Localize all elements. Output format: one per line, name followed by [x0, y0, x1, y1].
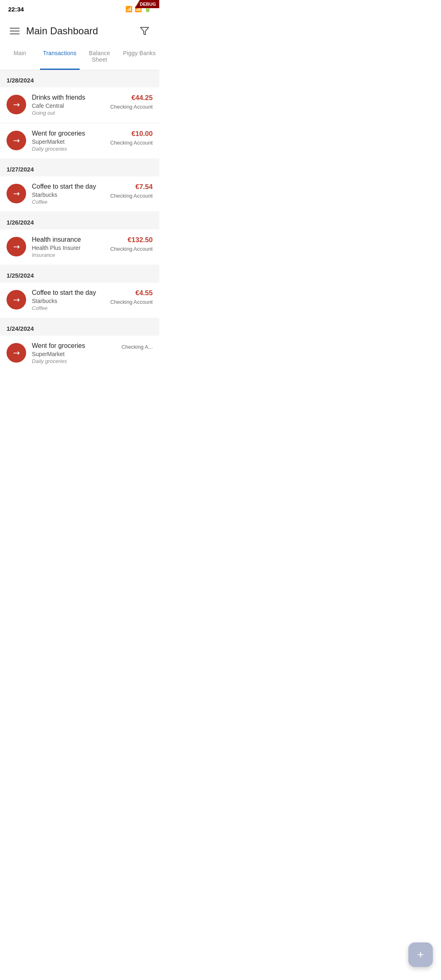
transaction-merchant: Starbucks [32, 298, 110, 304]
expense-icon: ↗ [7, 290, 26, 310]
transaction-amount: €132.50 [110, 236, 153, 244]
tab-piggy-banks[interactable]: Piggy Banks [120, 44, 160, 70]
transaction-title: Coffee to start the day [32, 289, 110, 296]
transaction-category: Daily groceries [32, 358, 121, 364]
transaction-right: €10.00 Checking Account [110, 130, 153, 146]
tab-balance-sheet[interactable]: Balance Sheet [80, 44, 120, 70]
date-label-3: 1/26/2024 [7, 219, 34, 226]
transaction-right: €4.55 Checking Account [110, 289, 153, 305]
transactions-content: 1/28/2024 ↗ Drinks with friends Cafe Cen… [0, 70, 159, 397]
tabs-container: Main Transactions Balance Sheet Piggy Ba… [0, 44, 159, 70]
expense-icon: ↗ [7, 131, 26, 150]
transaction-item[interactable]: ↗ Health insurance Health Plus Insurer I… [0, 229, 159, 265]
date-section-4: 1/25/2024 [0, 265, 159, 283]
page-title: Main Dashboard [26, 25, 136, 37]
transaction-item[interactable]: ↗ Went for groceries SuperMarket Daily g… [0, 336, 159, 397]
filter-button[interactable] [136, 23, 153, 39]
transaction-right: €7.54 Checking Account [110, 183, 153, 199]
debug-badge: DEBUG [135, 0, 159, 8]
transaction-merchant: Health Plus Insurer [32, 245, 110, 251]
transaction-item[interactable]: ↗ Coffee to start the day Starbucks Coff… [0, 176, 159, 212]
transaction-details: Went for groceries SuperMarket Daily gro… [32, 130, 110, 152]
transaction-account: Checking Account [110, 299, 153, 305]
transaction-category: Coffee [32, 199, 110, 205]
transaction-title: Went for groceries [32, 130, 110, 137]
date-label-1: 1/28/2024 [7, 77, 34, 84]
transaction-category: Daily groceries [32, 146, 110, 152]
transaction-details: Coffee to start the day Starbucks Coffee [32, 183, 110, 205]
date-section-5: 1/24/2024 [0, 318, 159, 336]
expense-icon: ↗ [7, 95, 26, 114]
transaction-amount: €44.25 [110, 94, 153, 102]
transaction-category: Insurance [32, 252, 110, 258]
date-label-4: 1/25/2024 [7, 272, 34, 279]
arrow-up-icon: ↗ [11, 135, 22, 147]
transaction-category: Going out [32, 110, 110, 116]
transaction-account: Checking A... [121, 344, 153, 350]
status-time: 22:34 [8, 6, 24, 13]
expense-icon: ↗ [7, 184, 26, 203]
date-section-3: 1/26/2024 [0, 212, 159, 229]
app-bar: Main Dashboard [0, 18, 159, 44]
transaction-title: Health insurance [32, 236, 110, 243]
transaction-account: Checking Account [110, 140, 153, 146]
transaction-details: Health insurance Health Plus Insurer Ins… [32, 236, 110, 258]
filter-icon [140, 26, 149, 36]
transaction-category: Coffee [32, 305, 110, 311]
transaction-merchant: SuperMarket [32, 138, 110, 145]
transaction-details: Went for groceries SuperMarket Daily gro… [32, 342, 121, 364]
transaction-title: Drinks with friends [32, 94, 110, 101]
transaction-title: Coffee to start the day [32, 183, 110, 190]
transaction-right: €132.50 Checking Account [110, 236, 153, 252]
arrow-up-icon: ↗ [11, 99, 22, 111]
transaction-item[interactable]: ↗ Drinks with friends Cafe Central Going… [0, 87, 159, 122]
transaction-details: Drinks with friends Cafe Central Going o… [32, 94, 110, 116]
date-label-2: 1/27/2024 [7, 166, 34, 173]
transaction-account: Checking Account [110, 193, 153, 199]
tab-main[interactable]: Main [0, 44, 40, 70]
date-section-1: 1/28/2024 [0, 70, 159, 87]
wifi-icon: 📶 [125, 6, 132, 12]
expense-icon: ↗ [7, 343, 26, 363]
transaction-account: Checking Account [110, 104, 153, 110]
tab-transactions[interactable]: Transactions [40, 44, 80, 70]
transaction-details: Coffee to start the day Starbucks Coffee [32, 289, 110, 311]
transaction-merchant: SuperMarket [32, 351, 121, 357]
transaction-amount: €4.55 [110, 289, 153, 297]
transaction-item[interactable]: ↗ Coffee to start the day Starbucks Coff… [0, 283, 159, 318]
arrow-up-icon: ↗ [11, 347, 22, 359]
svg-marker-0 [140, 27, 149, 35]
arrow-up-icon: ↗ [11, 294, 22, 306]
date-section-2: 1/27/2024 [0, 159, 159, 176]
transaction-right: Checking A... [121, 342, 153, 350]
date-label-5: 1/24/2024 [7, 325, 34, 332]
transaction-right: €44.25 Checking Account [110, 94, 153, 110]
transaction-title: Went for groceries [32, 342, 121, 350]
transaction-amount: €7.54 [110, 183, 153, 191]
menu-button[interactable] [7, 23, 23, 39]
transaction-merchant: Cafe Central [32, 102, 110, 109]
hamburger-icon [10, 28, 20, 34]
expense-icon: ↗ [7, 237, 26, 256]
transaction-account: Checking Account [110, 246, 153, 252]
transaction-item[interactable]: ↗ Went for groceries SuperMarket Daily g… [0, 123, 159, 158]
status-bar: 22:34 📶 📶 🔋 DEBUG [0, 0, 159, 18]
arrow-up-icon: ↗ [11, 188, 22, 200]
transaction-amount: €10.00 [110, 130, 153, 138]
transaction-merchant: Starbucks [32, 192, 110, 198]
arrow-up-icon: ↗ [11, 241, 22, 253]
